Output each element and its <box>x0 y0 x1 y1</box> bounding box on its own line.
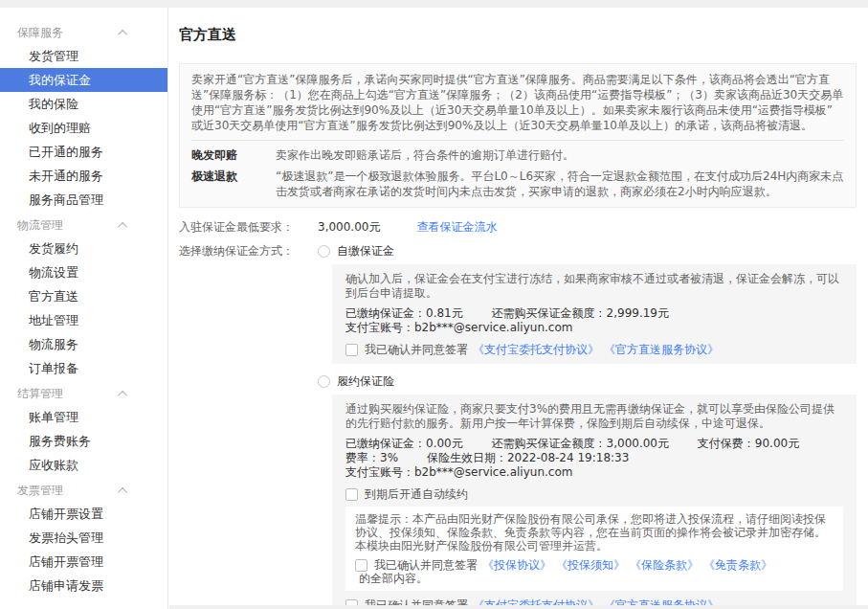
stat-paid-deposit: 已缴纳保证金：0.00元 <box>345 437 463 451</box>
insurance-radio-row[interactable]: 履约保证险 <box>318 373 857 389</box>
sidebar-item-logistics-services[interactable]: 物流服务 <box>0 332 167 356</box>
chevron-up-icon <box>118 221 127 231</box>
insure-agreement-link[interactable]: 《投保协议》 <box>482 558 551 572</box>
sidebar-group-label: 发票管理 <box>17 483 63 499</box>
stat-remaining-quota: 还需购买保证金额度：2,999.19元 <box>492 306 669 321</box>
main-content: 官方直送 卖家开通“官方直送”保障服务后，承诺向买家同时提供“官方直送”保障服务… <box>169 8 868 609</box>
insurance-desc: 通过购买履约保证险，商家只要支付3%的费用且无需再缴纳保证金，就可以享受由保险公… <box>345 402 843 431</box>
insure-notice-link[interactable]: 《投保须知》 <box>556 558 625 572</box>
sidebar-item-order-reporting[interactable]: 订单报备 <box>0 356 167 380</box>
radio-icon[interactable] <box>318 245 330 258</box>
sidebar-item-logistics-settings[interactable]: 物流设置 <box>0 260 167 284</box>
insurance-box: 通过购买履约保证险，商家只要支付3%的费用且无需再缴纳保证金，就可以享受由保险公… <box>332 395 857 609</box>
deposit-minimum-value: 3,000.00元 <box>318 219 380 236</box>
feature-instant-refund: 极速退款 “极速退款”是一个极致退款体验服务。平台L0～L6买家，符合一定退款金… <box>191 169 844 199</box>
sidebar-group-logistics[interactable]: 物流管理 <box>0 214 167 237</box>
stat-alipay-account: 支付宝账号：b2b***@service.aliyun.com <box>345 465 572 480</box>
stat-remaining-quota: 还需购买保证金额度：3,000.00元 <box>492 437 669 451</box>
official-delivery-agreement-link[interactable]: 《官方直送服务协议》 <box>604 343 719 356</box>
self-deposit-radio-row[interactable]: 自缴保证金 <box>318 243 857 259</box>
bottom-strip <box>169 605 868 609</box>
self-deposit-note: 确认加入后，保证金会在支付宝进行冻结，如果商家审核不通过或者被清退，保证金会解冻… <box>345 272 843 301</box>
sidebar-item-my-deposit[interactable]: 我的保证金 <box>0 68 167 92</box>
service-intro-text: 卖家开通“官方直送”保障服务后，承诺向买家同时提供“官方直送”保障服务。商品需要… <box>191 72 844 133</box>
sidebar-item-shop-invoice-request[interactable]: 店铺申请发票 <box>0 574 167 598</box>
sidebar-group-label: 结算管理 <box>17 386 63 402</box>
self-deposit-stats: 已缴纳保证金：0.81元 还需购买保证金额度：2,999.19元 支付宝账号：b… <box>345 306 843 335</box>
sidebar-group-invoice[interactable]: 发票管理 <box>0 479 167 502</box>
sidebar-item-service-product-management[interactable]: 服务商品管理 <box>0 188 167 212</box>
checkbox-icon[interactable] <box>345 344 358 356</box>
stat-alipay-account: 支付宝账号：b2b***@service.aliyun.com <box>345 321 572 335</box>
checkbox-icon[interactable] <box>355 559 367 572</box>
insurance-notice-text: 温馨提示：本产品由阳光财产保险股份有限公司承保，您即将进入投保流程，请仔细阅读投… <box>355 512 834 553</box>
sidebar-item-opened-services[interactable]: 已开通的服务 <box>0 140 167 164</box>
divider <box>191 140 844 141</box>
top-strip <box>0 0 868 8</box>
radio-icon[interactable] <box>318 375 330 388</box>
chevron-up-icon <box>118 29 127 38</box>
service-intro-box: 卖家开通“官方直送”保障服务后，承诺向买家同时提供“官方直送”保障服务。商品需要… <box>179 63 857 208</box>
sidebar-item-shop-invoice-settings[interactable]: 店铺开票设置 <box>0 502 167 526</box>
exemption-terms-link[interactable]: 《免责条款》 <box>703 558 772 572</box>
sidebar-item-shipping-management[interactable]: 发货管理 <box>0 44 167 68</box>
sidebar-group-settlement[interactable]: 结算管理 <box>0 382 167 405</box>
self-deposit-radio-label: 自缴保证金 <box>337 243 394 259</box>
sidebar-group-label: 物流管理 <box>17 217 63 234</box>
page-title: 官方直送 <box>179 25 857 44</box>
deposit-method-label: 选择缴纳保证金方式： <box>179 243 318 609</box>
sidebar-item-invoice-title-management[interactable]: 发票抬头管理 <box>0 526 167 550</box>
sidebar-item-service-fee-accounts[interactable]: 服务费账务 <box>0 429 167 453</box>
self-deposit-agree-row: 我已确认并同意签署 《支付宝委托支付协议》 《官方直送服务协议》 <box>345 343 843 356</box>
alipay-entrust-agreement-link[interactable]: 《支付宝委托支付协议》 <box>473 343 599 356</box>
auto-renew-row: 到期后开通自动续约 <box>345 487 843 501</box>
sidebar-group-label: 保障服务 <box>17 25 63 41</box>
checkbox-icon[interactable] <box>345 488 358 501</box>
chevron-up-icon <box>118 390 127 399</box>
sidebar-group-security-services[interactable]: 保障服务 <box>0 21 167 44</box>
sidebar-item-official-direct-delivery[interactable]: 官方直送 <box>0 284 167 308</box>
deposit-minimum-row: 入驻保证金最低要求： 3,000.00元 查看保证金流水 <box>179 219 857 236</box>
stat-rate: 费率：3% <box>345 451 398 465</box>
insure-terms-link[interactable]: 《保险条款》 <box>630 558 699 572</box>
feature-label: 晚发即赔 <box>191 147 276 163</box>
deposit-method-section: 选择缴纳保证金方式： 自缴保证金 确认加入后，保证金会在支付宝进行冻结，如果商家… <box>179 243 857 609</box>
insurance-stats: 已缴纳保证金：0.00元 还需购买保证金额度：3,000.00元 支付保费：90… <box>345 437 843 480</box>
stat-premium: 支付保费：90.00元 <box>698 437 799 451</box>
sidebar-item-unopened-services[interactable]: 未开通的服务 <box>0 164 167 188</box>
stat-paid-deposit: 已缴纳保证金：0.81元 <box>345 306 463 321</box>
sidebar-item-my-insurance[interactable]: 我的保险 <box>0 92 167 116</box>
agree-prefix: 我已确认并同意签署 <box>365 343 468 356</box>
agree-suffix: 的全部内容。 <box>359 572 428 585</box>
chevron-up-icon <box>118 486 127 496</box>
insurance-agree-row: 我已确认并同意签署 《投保协议》 《投保须知》 《保险条款》 《免责条款》 的全… <box>355 558 834 585</box>
deposit-method-options: 自缴保证金 确认加入后，保证金会在支付宝进行冻结，如果商家审核不通过或者被清退，… <box>318 243 857 609</box>
feature-text: 卖家作出晚发即赔承诺后，符合条件的逾期订单进行赔付。 <box>276 147 844 163</box>
feature-text: “极速退款”是一个极致退款体验服务。平台L0～L6买家，符合一定退款金额范围，在… <box>276 169 844 199</box>
stat-effective-date: 保险生效日期：2022-08-24 19:18:33 <box>427 451 629 465</box>
sidebar-item-received-claims[interactable]: 收到的理赔 <box>0 116 167 140</box>
agree-prefix: 我已确认并同意签署 <box>374 558 478 572</box>
sidebar-item-shop-invoice-management[interactable]: 店铺开票管理 <box>0 550 167 574</box>
sidebar-item-shipping-fulfillment[interactable]: 发货履约 <box>0 237 167 260</box>
deposit-minimum-label: 入驻保证金最低要求： <box>179 219 318 236</box>
self-deposit-box: 确认加入后，保证金会在支付宝进行冻结，如果商家审核不通过或者被清退，保证金会解冻… <box>332 264 857 364</box>
feature-late-ship-compensation: 晚发即赔 卖家作出晚发即赔承诺后，符合条件的逾期订单进行赔付。 <box>191 147 844 163</box>
sidebar: 保障服务 发货管理 我的保证金 我的保险 收到的理赔 已开通的服务 未开通的服务… <box>0 8 168 609</box>
view-deposit-flow-link[interactable]: 查看保证金流水 <box>416 219 497 236</box>
sidebar-item-bill-management[interactable]: 账单管理 <box>0 405 167 429</box>
feature-label: 极速退款 <box>191 169 276 199</box>
sidebar-item-receivables[interactable]: 应收账款 <box>0 453 167 477</box>
auto-renew-label: 到期后开通自动续约 <box>365 487 468 501</box>
sidebar-item-address-management[interactable]: 地址管理 <box>0 308 167 332</box>
insurance-radio-label: 履约保证险 <box>337 373 394 390</box>
insurance-notice-box: 温馨提示：本产品由阳光财产保险股份有限公司承保，您即将进入投保流程，请仔细阅读投… <box>345 507 843 591</box>
